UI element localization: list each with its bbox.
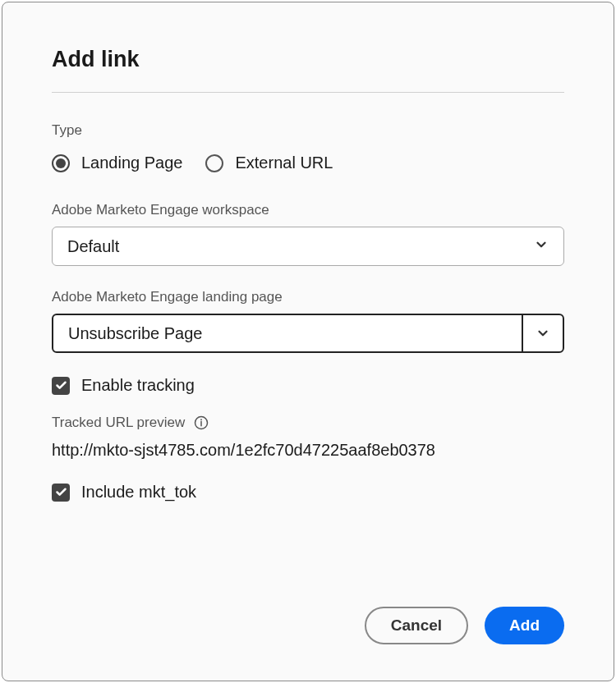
tracked-url-preview-label: Tracked URL preview <box>52 415 185 431</box>
enable-tracking-checkbox[interactable]: Enable tracking <box>52 376 564 395</box>
dialog-footer: Cancel Add <box>365 607 564 644</box>
type-label: Type <box>52 122 564 139</box>
chevron-down-icon <box>522 315 563 351</box>
landing-page-value: Unsubscribe Page <box>68 324 202 343</box>
tracked-url-preview-value: http://mkto-sjst4785.com/1e2fc70d47225aa… <box>52 441 564 460</box>
svg-point-2 <box>200 419 202 420</box>
landing-page-field: Adobe Marketo Engage landing page Unsubs… <box>52 289 564 353</box>
radio-external-label: External URL <box>235 154 333 172</box>
radio-external-url[interactable]: External URL <box>205 154 333 172</box>
workspace-value: Default <box>67 237 119 256</box>
enable-tracking-label: Enable tracking <box>81 376 195 395</box>
type-radio-group: Landing Page External URL <box>52 154 564 172</box>
tracked-url-preview-row: Tracked URL preview <box>52 415 564 431</box>
include-mkt-tok-label: Include mkt_tok <box>81 483 196 502</box>
landing-page-select[interactable]: Unsubscribe Page <box>52 314 564 353</box>
cancel-button[interactable]: Cancel <box>365 607 468 644</box>
chevron-down-icon <box>534 237 549 255</box>
include-mkt-tok-checkbox[interactable]: Include mkt_tok <box>52 483 564 502</box>
landing-page-label: Adobe Marketo Engage landing page <box>52 289 564 305</box>
radio-landing-page[interactable]: Landing Page <box>52 154 182 172</box>
checkbox-checked-icon <box>52 377 70 395</box>
radio-selected-icon <box>52 154 70 172</box>
add-button[interactable]: Add <box>485 607 564 644</box>
radio-landing-label: Landing Page <box>81 154 182 172</box>
add-link-dialog: Add link Type Landing Page External URL … <box>2 2 614 681</box>
workspace-label: Adobe Marketo Engage workspace <box>52 202 564 218</box>
radio-unselected-icon <box>205 154 223 172</box>
dialog-title: Add link <box>52 47 564 72</box>
workspace-field: Adobe Marketo Engage workspace Default <box>52 202 564 266</box>
divider <box>52 92 564 93</box>
workspace-select[interactable]: Default <box>52 227 564 266</box>
checkbox-checked-icon <box>52 484 70 502</box>
info-icon[interactable] <box>193 415 209 431</box>
